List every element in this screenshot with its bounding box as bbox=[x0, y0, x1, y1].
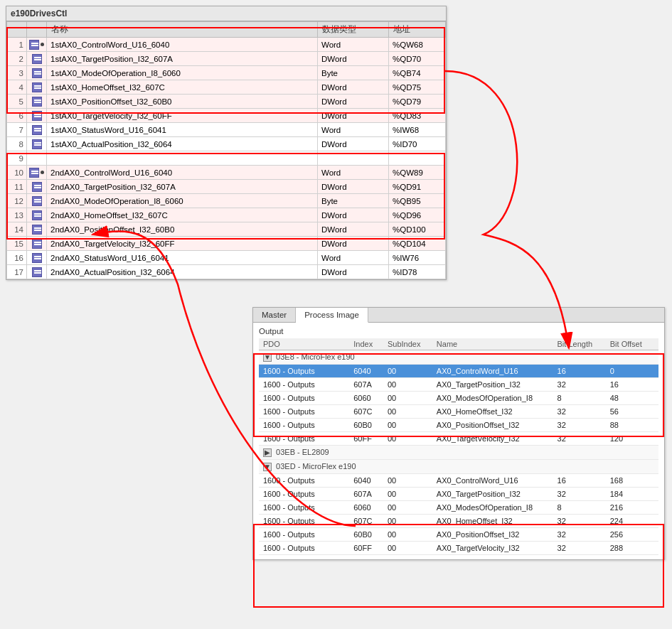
pi-cell-pdo: 1600 - Outputs bbox=[259, 419, 349, 432]
table-row: 112ndAX0_TargetPosition_I32_607ADWord%QD… bbox=[7, 180, 446, 194]
pi-cell-index: 6040 bbox=[349, 365, 383, 378]
variable-address: %QD75 bbox=[389, 80, 446, 95]
table-row: 132ndAX0_HomeOffset_I32_607CDWord%QD96 bbox=[7, 208, 446, 222]
variable-name: 1stAX0_ModeOfOperation_I8_6060 bbox=[47, 66, 318, 80]
pi-cell-pdo: 1600 - Outputs bbox=[259, 515, 349, 528]
variable-icon-cell bbox=[27, 109, 47, 123]
pi-cell-bitoffset: 48 bbox=[606, 392, 658, 405]
pi-data-row[interactable]: 1600 - Outputs60B000AX0_PositionOffset_I… bbox=[259, 419, 658, 432]
variable-datatype: Word bbox=[318, 123, 389, 137]
variable-icon-cell bbox=[27, 123, 47, 137]
collapse-icon[interactable]: ▼ bbox=[263, 463, 272, 471]
variable-icon bbox=[32, 253, 42, 263]
pi-cell-bitoffset: 184 bbox=[606, 488, 658, 501]
row-number: 3 bbox=[7, 66, 27, 80]
variable-icon bbox=[32, 97, 42, 107]
tab-process-image[interactable]: Process Image bbox=[296, 308, 368, 323]
th-pdo: PDO bbox=[259, 338, 349, 350]
pi-data-row[interactable]: 1600 - Outputs604000AX0_ControlWord_U161… bbox=[259, 474, 658, 488]
tab-master[interactable]: Master bbox=[253, 308, 296, 322]
pi-data-row[interactable]: 1600 - Outputs607C00AX0_HomeOffset_I3232… bbox=[259, 515, 658, 528]
pi-data-row[interactable]: 1600 - Outputs607A00AX0_TargetPosition_I… bbox=[259, 488, 658, 501]
collapse-icon[interactable]: ▼ bbox=[263, 353, 272, 362]
row-number: 7 bbox=[7, 123, 27, 137]
pi-cell-index: 60FF bbox=[349, 542, 383, 555]
variable-address: %IW76 bbox=[389, 251, 446, 265]
variable-datatype: DWord bbox=[318, 52, 389, 66]
variable-table: 名称 数据类型 地址 11stAX0_ControlWord_U16_6040W… bbox=[6, 21, 446, 279]
expand-icon[interactable]: ▶ bbox=[263, 448, 272, 457]
pi-cell-pdo: 1600 - Outputs bbox=[259, 392, 349, 405]
table-row: 71stAX0_StatusWord_U16_6041Word%IW68 bbox=[7, 123, 446, 137]
pi-cell-bitlength: 32 bbox=[553, 419, 606, 432]
pi-cell-index: 60FF bbox=[349, 432, 383, 446]
variable-datatype: Word bbox=[318, 166, 389, 180]
variable-datatype: DWord bbox=[318, 109, 389, 123]
pi-cell-subindex: 00 bbox=[383, 405, 432, 419]
pi-cell-bitlength: 8 bbox=[553, 501, 606, 515]
pi-cell-subindex: 00 bbox=[383, 419, 432, 432]
table-row: 122ndAX0_ModeOfOperation_I8_6060Byte%QB9… bbox=[7, 194, 446, 208]
pi-data-row[interactable]: 1600 - Outputs606000AX0_ModesOfOperation… bbox=[259, 501, 658, 515]
variable-dot bbox=[41, 171, 44, 174]
variable-icon-cell bbox=[27, 66, 47, 80]
variable-address bbox=[389, 151, 446, 166]
pi-cell-name: AX0_ControlWord_U16 bbox=[432, 365, 553, 378]
pi-cell-subindex: 00 bbox=[383, 474, 432, 488]
variable-datatype: DWord bbox=[318, 137, 389, 151]
variable-icon-cell bbox=[27, 151, 47, 166]
group-header-cell: ▶ 03EB - EL2809 bbox=[259, 446, 658, 460]
group-header-row: ▼ 03E8 - MicroFlex e190 bbox=[259, 350, 658, 365]
row-number: 4 bbox=[7, 80, 27, 95]
pi-cell-subindex: 00 bbox=[383, 365, 432, 378]
pi-cell-index: 607A bbox=[349, 378, 383, 392]
variable-name: 2ndAX0_TargetPosition_I32_607A bbox=[47, 180, 318, 194]
variable-address: %QW68 bbox=[389, 38, 446, 52]
variable-icon bbox=[29, 40, 39, 50]
pi-data-row[interactable]: 1600 - Outputs607A00AX0_TargetPosition_I… bbox=[259, 378, 658, 392]
variable-name: 1stAX0_HomeOffset_I32_607C bbox=[47, 80, 318, 95]
pi-cell-index: 607A bbox=[349, 488, 383, 501]
row-number: 5 bbox=[7, 95, 27, 109]
group-header-cell: ▼ 03ED - MicroFlex e190 bbox=[259, 460, 658, 474]
row-number: 15 bbox=[7, 237, 27, 251]
pi-data-row[interactable]: 1600 - Outputs606000AX0_ModesOfOperation… bbox=[259, 392, 658, 405]
variable-address: %QD83 bbox=[389, 109, 446, 123]
pi-cell-bitoffset: 216 bbox=[606, 501, 658, 515]
variable-icon-cell bbox=[27, 251, 47, 265]
variable-icon-cell bbox=[27, 52, 47, 66]
pi-cell-subindex: 00 bbox=[383, 378, 432, 392]
pi-cell-name: AX0_ModesOfOperation_I8 bbox=[432, 501, 553, 515]
variable-address: %IW68 bbox=[389, 123, 446, 137]
row-number: 9 bbox=[7, 151, 27, 166]
variable-icon bbox=[32, 225, 42, 235]
pi-cell-bitoffset: 16 bbox=[606, 378, 658, 392]
variable-datatype: Word bbox=[318, 251, 389, 265]
pi-cell-bitlength: 32 bbox=[553, 432, 606, 446]
variable-datatype: DWord bbox=[318, 237, 389, 251]
pi-cell-name: AX0_HomeOffset_I32 bbox=[432, 515, 553, 528]
variable-icon bbox=[29, 168, 39, 178]
pi-cell-bitoffset: 56 bbox=[606, 405, 658, 419]
pi-cell-bitoffset: 88 bbox=[606, 419, 658, 432]
pi-cell-bitlength: 32 bbox=[553, 515, 606, 528]
pi-data-row[interactable]: 1600 - Outputs60B000AX0_PositionOffset_I… bbox=[259, 528, 658, 542]
pi-data-row[interactable]: 1600 - Outputs604000AX0_ControlWord_U161… bbox=[259, 365, 658, 378]
pi-cell-bitoffset: 224 bbox=[606, 515, 658, 528]
pi-cell-bitlength: 32 bbox=[553, 378, 606, 392]
pi-cell-subindex: 00 bbox=[383, 501, 432, 515]
variable-icon bbox=[32, 196, 42, 206]
variable-datatype: DWord bbox=[318, 222, 389, 237]
pi-data-row[interactable]: 1600 - Outputs607C00AX0_HomeOffset_I3232… bbox=[259, 405, 658, 419]
pi-data-row[interactable]: 1600 - Outputs60FF00AX0_TargetVelocity_I… bbox=[259, 542, 658, 555]
pi-cell-index: 60B0 bbox=[349, 419, 383, 432]
variable-name: 2ndAX0_ControlWord_U16_6040 bbox=[47, 166, 318, 180]
group-header-row: ▶ 03EB - EL2809 bbox=[259, 446, 658, 460]
pi-data-row[interactable]: 1600 - Outputs60FF00AX0_TargetVelocity_I… bbox=[259, 432, 658, 446]
pi-cell-subindex: 00 bbox=[383, 542, 432, 555]
pi-cell-index: 607C bbox=[349, 405, 383, 419]
row-number: 14 bbox=[7, 222, 27, 237]
output-label: Output bbox=[259, 327, 658, 335]
pi-cell-bitoffset: 288 bbox=[606, 542, 658, 555]
row-number: 13 bbox=[7, 208, 27, 222]
